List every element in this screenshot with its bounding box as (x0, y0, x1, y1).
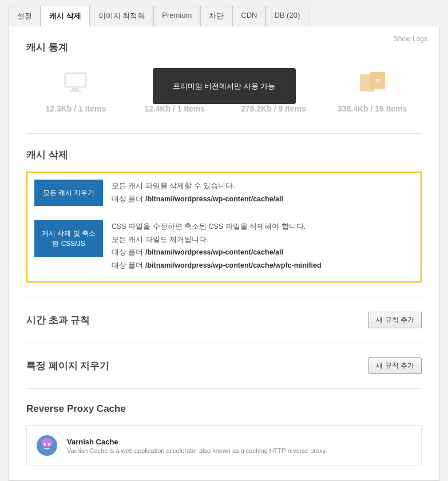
tab-image-optimize[interactable]: 이미지 최적화 (90, 6, 154, 26)
tab-settings[interactable]: 설정 (9, 6, 41, 26)
timeout-title: 시간 초과 규칙 (26, 313, 90, 327)
tab-cache-delete[interactable]: 캐시 삭제 (41, 6, 90, 26)
svg-point-12 (41, 438, 53, 447)
show-logs-link[interactable]: Show Logs (394, 35, 427, 43)
desc-line: 모든 캐시 파일도 제거됩니다. (112, 233, 322, 247)
clear-minified-desc: CSS 파일을 수정하면 축소된 CSS 파일을 삭제해야 합니다. 모든 캐시… (112, 220, 322, 272)
desktop-icon (26, 71, 125, 94)
cache-actions-box: 모든 캐시 지우기 모든 캐시 파일을 삭제할 수 있습니다. 대상 폴더 /b… (26, 172, 422, 283)
stat-js: JS 338.4Kb / 16 Items (323, 71, 422, 113)
js-icon: JS (323, 71, 422, 94)
svg-rect-0 (65, 73, 86, 87)
clear-page-add-rule-button[interactable]: 새 규칙 추가 (368, 357, 422, 374)
stat-js-text: 338.4Kb / 16 Items (323, 104, 422, 113)
stats-row: 프리미엄 버전에서만 사용 가능 12.3Kb / 1 Items 12.4Kb… (26, 71, 422, 119)
desc-line: 모든 캐시 파일을 삭제할 수 있습니다. (112, 180, 283, 193)
timeout-header: 시간 초과 규칙 새 규칙 추가 (26, 312, 422, 328)
stats-title: 캐시 통계 (26, 41, 422, 54)
tab-premium[interactable]: Premium (153, 6, 200, 26)
tab-block[interactable]: 차단 (200, 6, 232, 26)
panel-cache-delete: Show Logs 캐시 통계 프리미엄 버전에서만 사용 가능 12.3Kb … (9, 26, 439, 481)
timeout-add-rule-button[interactable]: 새 규칙 추가 (368, 312, 422, 328)
clear-page-title: 특정 페이지 지우기 (26, 359, 109, 372)
svg-text:JS: JS (374, 78, 380, 84)
stat-mobile-text: 12.4Kb / 1 Items (125, 104, 224, 113)
varnish-box[interactable]: Varnish Cache Varnish Cache is a web app… (26, 425, 422, 466)
desc-line: CSS 파일을 수정하면 축소된 CSS 파일을 삭제해야 합니다. (112, 220, 322, 233)
premium-tooltip: 프리미엄 버전에서만 사용 가능 (153, 68, 296, 104)
varnish-desc: Varnish Cache is a web application accel… (67, 447, 327, 454)
clear-minified-button[interactable]: 캐시 삭제 및 축소된 CSS/JS (34, 220, 103, 257)
action-clear-minified: 캐시 삭제 및 축소된 CSS/JS CSS 파일을 수정하면 축소된 CSS … (34, 220, 414, 272)
desc-line: 대상 폴더 /bitnami/wordpress/wp-content/cach… (112, 259, 322, 272)
stat-desktop-text: 12.3Kb / 1 Items (26, 104, 125, 113)
clear-all-button[interactable]: 모든 캐시 지우기 (34, 180, 103, 206)
stat-desktop: 12.3Kb / 1 Items (26, 71, 125, 113)
desc-line: 대상 폴더 /bitnami/wordpress/wp-content/cach… (112, 246, 322, 259)
tab-db[interactable]: DB (20) (265, 6, 308, 26)
svg-point-13 (43, 443, 46, 446)
desc-line: 대상 폴더 /bitnami/wordpress/wp-content/cach… (112, 193, 283, 206)
clear-page-header: 특정 페이지 지우기 새 규칙 추가 (26, 357, 422, 374)
tab-cdn[interactable]: CDN (232, 6, 265, 26)
action-clear-all: 모든 캐시 지우기 모든 캐시 파일을 삭제할 수 있습니다. 대상 폴더 /b… (34, 180, 414, 206)
varnish-icon (35, 434, 58, 457)
varnish-name: Varnish Cache (67, 438, 327, 446)
delete-title: 캐시 삭제 (26, 148, 422, 161)
svg-rect-1 (72, 88, 79, 90)
svg-point-14 (48, 443, 50, 446)
proxy-title: Reverse Proxy Cache (26, 403, 422, 415)
stat-css-text: 278.2Kb / 9 Items (224, 104, 323, 113)
tabs-bar: 설정 캐시 삭제 이미지 최적화 Premium 차단 CDN DB (20) (9, 6, 439, 26)
varnish-info: Varnish Cache Varnish Cache is a web app… (67, 438, 327, 454)
svg-rect-2 (70, 90, 81, 92)
clear-all-desc: 모든 캐시 파일을 삭제할 수 있습니다. 대상 폴더 /bitnami/wor… (112, 180, 283, 205)
